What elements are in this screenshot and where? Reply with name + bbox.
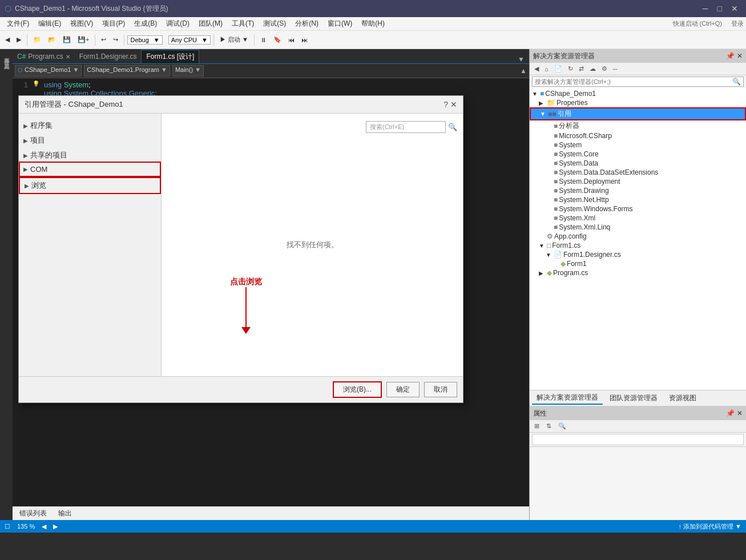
tree-node-form1-cs[interactable]: ▼ □ Form1.cs: [530, 241, 746, 250]
properties-dropdown[interactable]: [532, 434, 744, 445]
output-tab[interactable]: 输出: [54, 507, 76, 519]
menu-debug[interactable]: 调试(D): [162, 18, 194, 30]
open-btn[interactable]: 📂: [45, 34, 59, 45]
bookmark-nav1[interactable]: ⏮: [285, 35, 297, 45]
menu-project[interactable]: 项目(P): [98, 18, 130, 30]
tree-node-system-xml[interactable]: ■ System.Xml: [530, 213, 746, 223]
tree-node-system-windows-forms[interactable]: ■ System.Windows.Forms: [530, 204, 746, 213]
prop-sort-btn[interactable]: ⇅: [544, 421, 554, 431]
maximize-button[interactable]: □: [714, 3, 725, 14]
project-dropdown[interactable]: ⬡ CShape_Demo1 ▼: [15, 65, 82, 76]
tree-node-references[interactable]: ▼ ■■ 引用: [530, 107, 746, 120]
tree-node-properties[interactable]: ▶ 📁 Properties: [530, 98, 746, 107]
tree-node-microsoft-csharp[interactable]: ■ Microsoft.CSharp: [530, 131, 746, 140]
tab-program-cs[interactable]: C# Program.cs ✕: [13, 50, 75, 63]
dialog-tree-shared[interactable]: ▶ 共享的项目: [19, 148, 161, 163]
prop-search-btn[interactable]: 🔍: [556, 421, 568, 431]
menu-edit[interactable]: 编辑(E): [34, 18, 66, 30]
platform-dropdown[interactable]: Any CPU ▼: [168, 35, 211, 45]
prop-grid-btn[interactable]: ⊞: [532, 421, 542, 431]
login-label[interactable]: 登录: [731, 19, 744, 28]
save-all-btn[interactable]: 💾+: [75, 34, 92, 45]
debug-config-dropdown[interactable]: Debug ▼: [127, 35, 162, 45]
menu-window[interactable]: 窗口(W): [323, 18, 357, 30]
tree-node-program-cs[interactable]: ▶ ◆ Program.cs: [530, 268, 746, 277]
tree-node-system-data[interactable]: ■ System.Data: [530, 159, 746, 168]
dialog-tree-projects[interactable]: ▶ 项目: [19, 133, 161, 148]
close-button[interactable]: ✕: [728, 3, 741, 14]
tree-node-system-core[interactable]: ■ System.Core: [530, 150, 746, 159]
tree-node-system[interactable]: ■ System: [530, 140, 746, 150]
breakpoint-btn[interactable]: ⏸: [257, 35, 269, 45]
team-explorer-tab[interactable]: 团队资源管理器: [605, 392, 662, 404]
tree-node-system-drawing[interactable]: ■ System.Drawing: [530, 186, 746, 195]
ok-button[interactable]: 确定: [386, 382, 420, 397]
dialog-close-icon[interactable]: ✕: [450, 100, 457, 109]
solution-explorer-tab[interactable]: 解决方案资源管理器: [532, 392, 603, 405]
tab-form1-design[interactable]: Form1.cs [设计]: [141, 50, 199, 63]
tree-node-app-config[interactable]: ⚙ App.config: [530, 232, 746, 241]
class-dropdown[interactable]: CShape_Demo1.Program ▼: [84, 65, 170, 76]
properties-btn[interactable]: ⌂: [542, 65, 551, 74]
menu-analyze[interactable]: 分析(N): [291, 18, 323, 30]
scroll-left-btn[interactable]: ◀: [42, 523, 46, 530]
back-solution-btn[interactable]: ◀: [532, 64, 541, 74]
minus-btn[interactable]: ─: [611, 65, 620, 74]
start-button[interactable]: ▶ 启动 ▼: [217, 34, 251, 46]
dialog-tree-assemblies[interactable]: ▶ 程序集: [19, 118, 161, 133]
pin-icon[interactable]: 📌: [726, 52, 735, 60]
tree-node-project[interactable]: ▼ ■ CShape_Demo1: [530, 89, 746, 98]
browse-button[interactable]: 浏览(B)...: [333, 381, 382, 398]
code-editor[interactable]: 1 💡 using System; using System.Collectio…: [13, 78, 529, 506]
settings-btn[interactable]: ⚙: [599, 64, 610, 74]
close-panel-icon[interactable]: ✕: [737, 52, 743, 60]
tree-node-system-xml-linq[interactable]: ■ System.Xml.Linq: [530, 223, 746, 232]
menu-help[interactable]: 帮助(H): [357, 18, 389, 30]
source-control-label[interactable]: ↑ 添加到源代码管理 ▼: [679, 522, 742, 531]
new-project-btn[interactable]: 📁: [30, 34, 44, 45]
forward-button[interactable]: ▶: [14, 34, 24, 45]
tree-node-system-data-dataset[interactable]: ■ System.Data.DataSetExtensions: [530, 168, 746, 177]
dialog-tree-com[interactable]: ▶ COM: [19, 163, 161, 176]
tree-node-system-net-http[interactable]: ■ System.Net.Http: [530, 195, 746, 204]
sidebar-server-icon[interactable]: 服务器: [1, 51, 11, 56]
show-all-btn[interactable]: 📄: [552, 64, 564, 74]
menu-build[interactable]: 生成(B): [130, 18, 162, 30]
solution-search-input[interactable]: [535, 78, 732, 85]
resource-view-tab[interactable]: 资源视图: [664, 392, 701, 404]
cancel-button[interactable]: 取消: [424, 382, 457, 397]
sync-btn[interactable]: ⇄: [576, 64, 586, 74]
dialog-help-icon[interactable]: ?: [443, 100, 448, 109]
expand-btn[interactable]: ▲: [520, 67, 527, 75]
dialog-tree-browse[interactable]: ▶ 浏览: [19, 177, 161, 194]
tree-node-form1[interactable]: ◆ Form1: [530, 259, 746, 268]
tab-form1-designer[interactable]: Form1.Designer.cs: [75, 50, 142, 63]
minimize-button[interactable]: ─: [699, 3, 712, 14]
menu-test[interactable]: 测试(S): [259, 18, 291, 30]
undo-btn[interactable]: ↩: [98, 34, 109, 45]
sidebar-toolbox-icon[interactable]: 工具箱: [1, 57, 11, 62]
solution-search-box[interactable]: 🔍: [532, 76, 744, 87]
pin-properties-icon[interactable]: 📌: [726, 409, 735, 417]
menu-view[interactable]: 视图(V): [66, 18, 98, 30]
redo-btn[interactable]: ↪: [110, 34, 121, 45]
error-list-tab[interactable]: 错误列表: [15, 507, 51, 519]
menu-tools[interactable]: 工具(T): [227, 18, 259, 30]
scroll-right-btn[interactable]: ▶: [53, 523, 58, 530]
tree-node-analyzers[interactable]: ■ 分析器: [530, 120, 746, 131]
tree-node-system-deployment[interactable]: ■ System.Deployment: [530, 177, 746, 186]
bookmark-btn[interactable]: 🔖: [271, 34, 284, 45]
menu-team[interactable]: 团队(M): [194, 18, 227, 30]
refresh-btn[interactable]: ↻: [566, 64, 575, 74]
zoom-level[interactable]: 135 %: [17, 523, 35, 530]
method-dropdown[interactable]: Main() ▼: [172, 65, 204, 76]
tab-program-cs-close[interactable]: ✕: [66, 54, 70, 60]
menu-file[interactable]: 文件(F): [2, 18, 34, 30]
close-properties-icon[interactable]: ✕: [737, 409, 743, 417]
bookmark-nav2[interactable]: ⏭: [299, 35, 311, 45]
quick-launch[interactable]: 快速启动 (Ctrl+Q): [668, 19, 727, 28]
tab-collapse-btn[interactable]: ▼: [518, 55, 529, 63]
git-btn[interactable]: ☁: [587, 64, 598, 74]
save-btn[interactable]: 💾: [60, 34, 74, 45]
back-button[interactable]: ◀: [2, 34, 13, 45]
